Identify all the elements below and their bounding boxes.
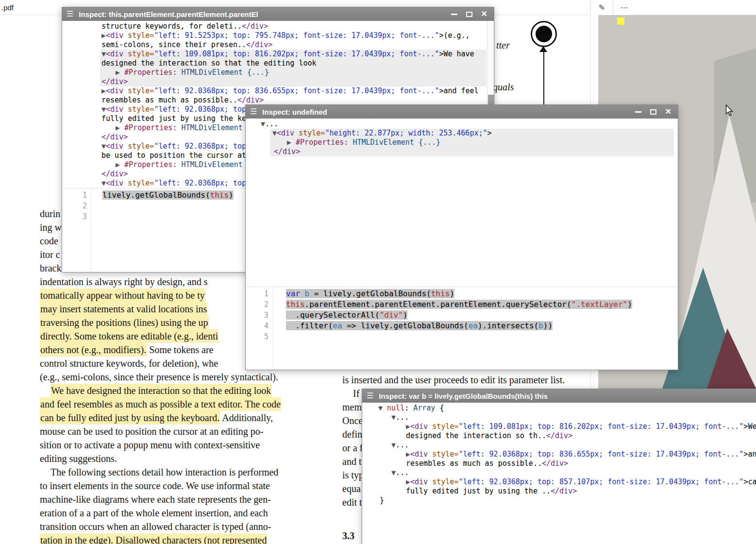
- tree-row[interactable]: ▶<div style="left: 92.0368px; top: 857.1…: [362, 477, 756, 487]
- window-menu-icon[interactable]: ☰: [250, 108, 257, 116]
- tree-row[interactable]: ▼...: [362, 468, 756, 477]
- close-button[interactable]: ✕: [481, 10, 487, 18]
- tree-row[interactable]: resembles as much as possible..</div>: [62, 96, 494, 105]
- tree-row[interactable]: resembles as much as possible..</div>: [362, 459, 756, 468]
- token-t: this: [210, 190, 229, 200]
- expand-arrow-icon[interactable]: ▼: [391, 468, 396, 477]
- token-tag: <div: [277, 129, 294, 137]
- selected-code-text: .querySelectorAll("div"): [286, 310, 407, 320]
- token-prp: #Properties:: [296, 138, 348, 147]
- tree-row[interactable]: ▼...: [362, 441, 756, 450]
- code-line[interactable]: var b = lively.getGlobalBounds(this): [286, 289, 678, 299]
- token-tag: </div>: [242, 22, 268, 31]
- window-menu-icon[interactable]: ☰: [367, 392, 373, 400]
- token-txt: >and: [743, 450, 756, 459]
- token-p: [300, 289, 305, 298]
- tree-row[interactable]: ▼<div style="height: 22.877px; width: 25…: [270, 129, 674, 138]
- window-titlebar[interactable]: ☰ Inspect: var b = lively.getGlobalBound…: [362, 389, 756, 403]
- code-area[interactable]: var b = lively.getGlobalBounds(this)this…: [286, 287, 678, 370]
- line-number: 3: [246, 310, 272, 321]
- expand-arrow-icon[interactable]: ▼: [378, 404, 387, 412]
- code-editor[interactable]: 12345 var b = lively.getGlobalBounds(thi…: [246, 287, 678, 370]
- token-val: "left: 92.0368px; top: [154, 142, 246, 151]
- tree-row[interactable]: ▶<div style="left: 109.081px; top: 816.2…: [362, 422, 756, 431]
- code-line[interactable]: .filter(ea => lively.getGlobalBounds(ea)…: [286, 321, 678, 331]
- token-tag: </div>: [274, 147, 300, 156]
- pdf-text: Once: [342, 415, 363, 426]
- tree-row[interactable]: structure keywords, for deleti..</div>: [62, 22, 494, 31]
- tree-row[interactable]: fully edited just by using the ..</div>: [362, 487, 756, 496]
- maximize-button[interactable]: [466, 12, 472, 17]
- tree-row[interactable]: designed the interaction so th..</div>: [362, 431, 756, 441]
- tree-row[interactable]: ▼...: [246, 119, 678, 129]
- expand-arrow-icon[interactable]: ▶: [101, 86, 106, 95]
- expand-arrow-icon[interactable]: ▼: [272, 129, 277, 137]
- token-txt: semi-colons, since their presen..: [101, 40, 246, 49]
- expand-arrow-icon[interactable]: ▼: [391, 441, 396, 449]
- minimize-button[interactable]: [635, 111, 641, 113]
- dom-tree: ▼ null: Array {▼...▶<div style="left: 10…: [362, 403, 756, 505]
- expand-arrow-icon[interactable]: ▶: [116, 160, 124, 169]
- inspector-window-bounds-array[interactable]: ☰ Inspect: var b = lively.getGlobalBound…: [362, 389, 756, 544]
- tree-row[interactable]: ▶<div style="left: 92.0368px; top: 836.6…: [62, 86, 494, 96]
- tree-row[interactable]: ▶<div style="left: 92.0368px; top: 836.6…: [362, 450, 756, 459]
- minimize-button[interactable]: [451, 14, 457, 15]
- close-button[interactable]: ✕: [665, 108, 672, 116]
- token-tag: <div: [106, 31, 123, 40]
- expand-arrow-icon[interactable]: ▶: [406, 450, 410, 459]
- expand-arrow-icon[interactable]: ▼: [101, 179, 106, 187]
- token-txt: >(e.g.,: [439, 31, 470, 40]
- tree-row[interactable]: ▶<div style="left: 91.5253px; top: 795.7…: [62, 31, 494, 40]
- token-typ: Array: [413, 404, 435, 412]
- tree-row[interactable]: }: [362, 496, 756, 505]
- tree-row[interactable]: ▼...: [362, 413, 756, 422]
- maximize-button[interactable]: [650, 109, 656, 115]
- tree-row[interactable]: </div>: [100, 77, 486, 86]
- window-buttons: ✕: [635, 108, 672, 116]
- scrollbar-thumb[interactable]: [488, 95, 494, 105]
- tree-row[interactable]: </div>: [270, 147, 674, 156]
- code-line[interactable]: [286, 331, 678, 342]
- window-menu-icon[interactable]: ☰: [67, 10, 73, 18]
- pdf-text: mouse can be used to position the cursor…: [40, 426, 263, 437]
- token-typ: HTMLDivElement {...}: [177, 68, 269, 77]
- token-p: ).intersects(: [478, 321, 538, 330]
- expand-arrow-icon[interactable]: ▼: [101, 50, 106, 58]
- code-line[interactable]: this.parentElement.parentElement.parentE…: [286, 299, 678, 310]
- token-prp: #Properties:: [124, 123, 177, 132]
- tree-row[interactable]: ▶ #Properties: HTMLDivElement {...}: [100, 68, 486, 77]
- token-tag: <div: [410, 477, 428, 486]
- token-k: var: [286, 289, 300, 298]
- expand-arrow-icon[interactable]: ▶: [406, 422, 410, 431]
- expand-arrow-icon[interactable]: ▼: [101, 105, 106, 114]
- window-titlebar[interactable]: ☰ Inspect: this.parentElement.parentElem…: [62, 7, 494, 21]
- token-t: this: [286, 300, 305, 309]
- more-options-button[interactable]: ⋯: [613, 0, 635, 15]
- token-txt: >and feel: [439, 86, 478, 95]
- window-buttons: ✕: [451, 10, 487, 18]
- tree-row[interactable]: designed the interaction so that the edi…: [100, 59, 486, 68]
- highlighted-text: tation in the edge). Disallowed characte…: [40, 533, 267, 544]
- expand-arrow-icon[interactable]: ▶: [406, 477, 410, 486]
- expand-arrow-icon[interactable]: ▼: [261, 119, 265, 128]
- token-att: style=: [428, 422, 458, 431]
- expand-arrow-icon[interactable]: ▶: [101, 31, 106, 40]
- tree-row[interactable]: ▼<div style="left: 109.081px; top: 816.2…: [100, 50, 486, 59]
- line-number-gutter: 12345: [246, 287, 273, 370]
- pdf-tab-title: .pdf: [1, 3, 14, 12]
- token-tag: </div>: [542, 459, 568, 468]
- tree-row[interactable]: ▶ #Properties: HTMLDivElement {...}: [270, 138, 674, 147]
- token-v: ea: [333, 321, 342, 330]
- window-titlebar[interactable]: ☰ Inspect: undefined ✕: [246, 105, 678, 119]
- annotate-pencil-button[interactable]: ✎: [590, 0, 613, 15]
- expand-arrow-icon[interactable]: ▼: [101, 142, 106, 151]
- expand-arrow-icon[interactable]: ▶: [116, 123, 124, 132]
- expand-arrow-icon[interactable]: ▼: [391, 413, 396, 422]
- tree-row[interactable]: ▼ null: Array {: [362, 404, 756, 413]
- inspector-window-undefined[interactable]: ☰ Inspect: undefined ✕ ▼...▼<div style="…: [245, 104, 678, 370]
- expand-arrow-icon[interactable]: ▶: [116, 68, 124, 77]
- pdf-text: durin: [40, 208, 60, 219]
- expand-arrow-icon[interactable]: ▶: [287, 138, 296, 147]
- code-line[interactable]: .querySelectorAll("div"): [286, 310, 678, 321]
- tree-row[interactable]: semi-colons, since their presen..</div>: [62, 40, 494, 50]
